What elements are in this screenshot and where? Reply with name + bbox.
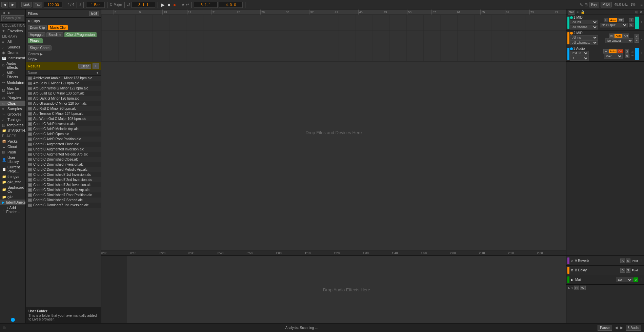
monitor-in-3[interactable]: In xyxy=(603,49,608,54)
close-icon[interactable]: ✕ xyxy=(640,10,643,14)
track-s-1[interactable]: S xyxy=(629,23,633,27)
sidebar-item-samples[interactable]: ≈ Samples xyxy=(0,106,25,111)
sidebar-item-favorites[interactable]: ★ Favorites xyxy=(0,28,25,34)
track-expand-3[interactable]: ⋮ xyxy=(640,52,643,56)
add-filter-button[interactable]: + xyxy=(93,63,99,69)
sidebar-item-templates[interactable]: ▤ Templates xyxy=(0,122,25,128)
loop-btn[interactable]: ⇄ xyxy=(186,3,189,6)
nav-next[interactable]: ▶ xyxy=(620,326,623,330)
return-a-s[interactable]: S xyxy=(626,258,630,263)
list-item[interactable]: ▭Chord C Add9 Root Position.alc xyxy=(26,137,101,142)
chord-progression-tag[interactable]: Chord Progression xyxy=(64,32,97,37)
genres-row[interactable]: Genres ▶ xyxy=(26,51,101,57)
tap-button[interactable]: Tap xyxy=(33,2,42,7)
monitor-in-1[interactable]: In xyxy=(604,18,609,22)
main-send[interactable]: 0 xyxy=(633,277,638,282)
key-label[interactable]: Key xyxy=(589,2,599,7)
track-input-1[interactable]: All Ins xyxy=(570,20,598,24)
loop-end-display[interactable]: 4. 0. 0 xyxy=(219,2,243,8)
sidebar-item-all[interactable]: ≡ All xyxy=(0,39,25,44)
bottom-drop-zone[interactable]: Drop Audio Effects Here xyxy=(127,256,566,323)
track-output-2[interactable]: No Output xyxy=(605,38,633,43)
monitor-off-3[interactable]: Off xyxy=(617,49,624,54)
track-channel-1[interactable]: All Channe... xyxy=(570,25,598,29)
list-item[interactable]: ▭Chord C Augmented Close.alc xyxy=(26,142,101,147)
search-input[interactable] xyxy=(1,15,24,21)
sidebar-item-instruments[interactable]: 🎹 Instruments xyxy=(0,55,25,61)
link-button[interactable]: Link xyxy=(21,2,32,7)
single-chord-tag[interactable]: Single Chord xyxy=(28,45,52,50)
monitor-auto-2[interactable]: Auto xyxy=(614,34,622,38)
list-item[interactable]: ▭Arp RnB D Minor 90 bpm.alc xyxy=(26,106,101,111)
return-b-s[interactable]: S xyxy=(626,268,630,273)
key-root-select[interactable]: C xyxy=(110,3,112,6)
sidebar-item-latent-mixer[interactable]: ▶ latentDmixer xyxy=(0,200,25,205)
back-button[interactable]: ◀ xyxy=(1,2,8,7)
draw-icon[interactable]: ✎ xyxy=(580,2,583,7)
bpm-display[interactable]: 122.00 xyxy=(44,2,62,8)
track-expand-1[interactable]: ⋮ xyxy=(640,21,643,24)
list-item[interactable]: ▭Ambivalent Ambie... Minor 133 bpm.alc xyxy=(26,76,101,81)
track-expand-2[interactable]: ⋮ xyxy=(640,36,643,40)
monitor-off-1[interactable]: Off xyxy=(618,18,624,22)
track-s-2[interactable]: S xyxy=(635,38,639,43)
sidebar-item-g4t-test[interactable]: 📁 g4t_test xyxy=(0,179,25,185)
expand-icon[interactable]: ⊞ xyxy=(635,10,638,14)
sidebar-item-saphicord[interactable]: 📁 Saphicord Co xyxy=(0,185,25,194)
return-b-expand[interactable]: ⋮ xyxy=(639,268,643,272)
list-item[interactable]: ▭Chord C Diminished Inversion.alc xyxy=(26,162,101,167)
phrase-tag[interactable]: Phrase xyxy=(28,38,43,43)
play-button[interactable]: ▶ xyxy=(160,2,165,7)
arpeggio-tag[interactable]: Arpeggio xyxy=(28,32,45,37)
return-a-expand[interactable]: ⋮ xyxy=(639,258,643,263)
track-input-3[interactable]: Ext. In xyxy=(570,51,589,56)
list-item[interactable]: ▭Arp Glissando C Minor 120 bpm.alc xyxy=(26,101,101,106)
key-row[interactable]: Key ▶ xyxy=(26,57,101,62)
monitor-off-2[interactable]: Off xyxy=(623,34,629,38)
list-item[interactable]: ▭Arp Both Ways G Minor 122 bpm.alc xyxy=(26,86,101,91)
list-item[interactable]: ▭Arp Tension C Minor 124 bpm.alc xyxy=(26,111,101,116)
sidebar-item-audio-effects[interactable]: ⧉ Audio Effects xyxy=(0,61,25,70)
sidebar-item-g4t[interactable]: 📁 g4t xyxy=(0,194,25,200)
clear-button[interactable]: Clear xyxy=(78,64,91,69)
midi-label[interactable]: MIDI xyxy=(601,2,612,7)
key-label[interactable]: Key ▶ xyxy=(28,57,37,61)
sidebar-item-drums[interactable]: ◉ Drums xyxy=(0,50,25,55)
nav-prev[interactable]: ◀ xyxy=(615,326,618,330)
monitor-auto-1[interactable]: Auto xyxy=(609,18,617,22)
track-output-1[interactable]: No Output xyxy=(600,23,628,27)
track-input-2[interactable]: All Ins xyxy=(570,35,598,40)
h-button[interactable]: H xyxy=(574,286,579,290)
list-item[interactable]: ▭Arp Worn Out C Major 108 bpm.alc xyxy=(26,116,101,121)
scale-select[interactable]: Major xyxy=(114,3,122,6)
sidebar-item-modulators[interactable]: 〜 Modulators xyxy=(0,80,25,86)
list-item[interactable]: ▭Chord C Diminished7 2nd Inversion.alc xyxy=(26,177,101,182)
sidebar-item-tunings[interactable]: ♩ Tunings xyxy=(0,117,25,122)
list-item[interactable]: ▭Arp Dark G Minor 126 bpm.alc xyxy=(26,96,101,101)
track-channel-2[interactable]: All Channe... xyxy=(570,40,598,45)
loop-start-display[interactable]: 3. 1. 1 xyxy=(194,2,218,8)
pause-button[interactable]: Pause xyxy=(598,325,612,331)
set-button[interactable]: Set xyxy=(568,10,575,15)
w-button[interactable]: W xyxy=(580,286,586,290)
record-button[interactable]: ● xyxy=(173,2,177,7)
nav-fwd-arrow[interactable]: ▶ xyxy=(7,11,12,15)
track-s-3[interactable]: S xyxy=(625,54,629,58)
list-item[interactable]: ▭Chord C Diminished7 1st Inversion.alc xyxy=(26,172,101,177)
sidebar-item-current-project[interactable]: 📋 Current Proje... xyxy=(0,164,25,174)
genres-label[interactable]: Genres ▶ xyxy=(28,52,43,56)
bassline-tag[interactable]: Bassline xyxy=(46,32,63,37)
sidebar-item-cloud[interactable]: ☁ Cloud xyxy=(0,144,25,149)
grid-icon[interactable]: ⊞ xyxy=(584,2,588,7)
list-item[interactable]: ▭Chord C Dominant7 1st Inversion.alc xyxy=(26,203,101,208)
results-list[interactable]: ▭Ambivalent Ambie... Minor 133 bpm.alc▭A… xyxy=(26,76,101,307)
sidebar-item-midi-effects[interactable]: ♫ MIDI Effects xyxy=(0,70,25,80)
drum-clip-tag[interactable]: Drum Clip xyxy=(28,25,47,30)
loop-length-display[interactable]: 1 Bar xyxy=(86,2,105,8)
list-item[interactable]: ▭Chord C Augmented Inversion.alc xyxy=(26,147,101,152)
main-expand[interactable]: ⋮ xyxy=(639,277,643,282)
list-item[interactable]: ▭Chord C Diminished7 Melodic Arp.alc xyxy=(26,187,101,192)
list-item[interactable]: ▭Arp Build Up C Minor 130 bpm.alc xyxy=(26,91,101,96)
sidebar-item-stanothans[interactable]: 📁 STANOTHANS xyxy=(0,128,25,133)
list-item[interactable]: ▭Arp Bells C Minor 121 bpm.alc xyxy=(26,81,101,86)
